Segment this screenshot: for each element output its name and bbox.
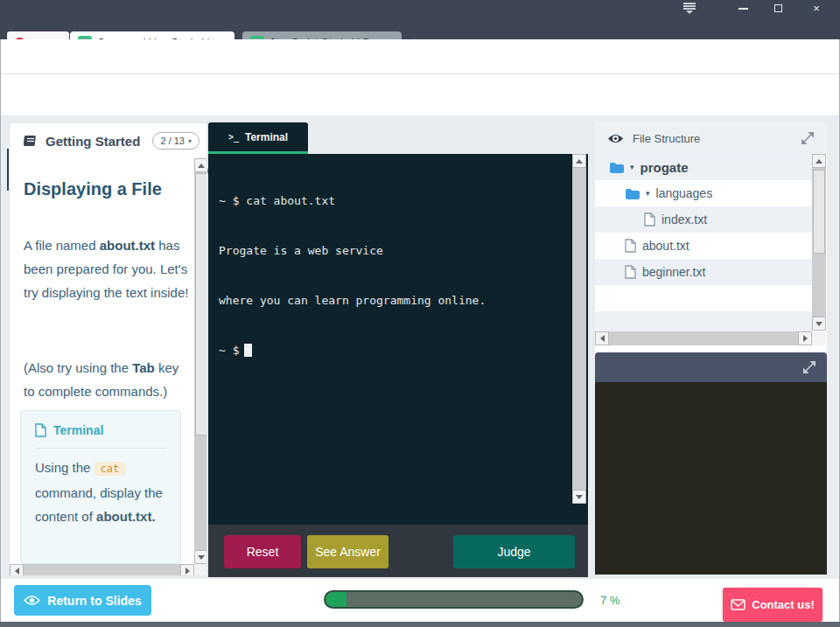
bottom-bar: Return to Slides 7 % Contact us! xyxy=(0,579,840,622)
tree-item-name: about.txt xyxy=(642,239,690,253)
terminal-line: ~ $ xyxy=(219,342,486,359)
window-frame-bottom xyxy=(0,622,840,627)
tree-row-index-txt[interactable]: index.txt xyxy=(595,206,812,233)
course-title: Getting Started xyxy=(46,134,145,149)
browser-tabbar: Menu Command Line Study I | Progate × Ja… xyxy=(0,15,840,39)
tree-row-beginner-txt[interactable]: beginner.txt xyxy=(595,259,812,285)
scroll-down-button[interactable] xyxy=(812,317,826,331)
task-divider xyxy=(35,448,166,449)
file-structure-title: File Structure xyxy=(633,132,792,145)
terminal-vscrollbar[interactable] xyxy=(572,154,586,504)
tree-item-name: languages xyxy=(656,186,713,200)
scroll-up-button[interactable] xyxy=(812,154,826,168)
expand-icon[interactable] xyxy=(802,360,816,374)
file-tree-hscrollbar[interactable] xyxy=(595,331,812,345)
book-icon xyxy=(24,135,38,148)
scroll-left-button[interactable] xyxy=(595,331,609,345)
scroll-up-button[interactable] xyxy=(194,158,207,172)
tree-item-name: beginner.txt xyxy=(642,265,705,279)
lesson-slide-panel: Getting Started 2 / 13▾ Displaying a Fil… xyxy=(9,122,207,576)
tree-row-progate[interactable]: ▾ progate xyxy=(595,154,812,180)
tree-item-name: progate xyxy=(640,160,689,175)
scroll-right-button[interactable] xyxy=(180,564,194,576)
scroll-left-button[interactable] xyxy=(10,564,24,576)
minimize-icon xyxy=(738,8,748,10)
window-frame-left xyxy=(0,39,1,622)
course-progress-bar xyxy=(324,590,584,609)
slide-panel-header: Getting Started 2 / 13▾ xyxy=(10,123,206,158)
return-to-slides-label: Return to Slides xyxy=(47,594,141,608)
tree-item-name: index.txt xyxy=(662,212,707,226)
reset-button[interactable]: Reset xyxy=(224,535,301,568)
scrollbar-corner xyxy=(812,331,826,345)
envelope-icon xyxy=(731,599,746,610)
terminal-tab-label: Terminal xyxy=(245,131,288,143)
terminal-window[interactable]: ~ $ cat about.txt Progate is a web servi… xyxy=(208,154,588,525)
folder-icon xyxy=(609,162,624,173)
preview-panel-header xyxy=(595,352,827,382)
scroll-down-button[interactable] xyxy=(572,490,586,504)
close-icon: × xyxy=(813,3,820,14)
progress-percent-label: 7 % xyxy=(600,594,620,607)
expand-icon[interactable] xyxy=(801,131,815,145)
terminal-cursor xyxy=(244,344,252,357)
task-card: Terminal Using the cat command, display … xyxy=(20,410,181,564)
scroll-thumb[interactable] xyxy=(813,170,825,254)
file-icon xyxy=(625,265,636,279)
file-structure-header: File Structure xyxy=(595,122,827,154)
eye-icon xyxy=(24,595,40,606)
tree-row-languages[interactable]: ▾ languages xyxy=(595,180,812,206)
site-navbar: Lessons Slide Library Rankings Help Jojo… xyxy=(0,74,840,116)
file-icon xyxy=(644,212,655,226)
file-icon xyxy=(625,239,636,253)
caret-down-icon[interactable]: ▾ xyxy=(646,189,650,198)
eye-icon xyxy=(607,133,624,144)
see-answer-button[interactable]: See Answer xyxy=(307,535,388,568)
contact-us-button[interactable]: Contact us! xyxy=(723,588,822,622)
progress-fill xyxy=(326,592,346,607)
scrollbar-corner xyxy=(194,564,207,576)
terminal-footer: Reset See Answer Judge xyxy=(208,525,588,577)
terminal-tab[interactable]: >_ Terminal xyxy=(208,122,308,154)
tree-row-about-txt[interactable]: about.txt xyxy=(595,233,812,259)
file-tree: ▾ progate ▾ languages index.txt about.tx… xyxy=(595,154,827,352)
scroll-thumb[interactable] xyxy=(195,173,207,435)
slide-panel-vscrollbar[interactable] xyxy=(194,158,207,564)
slide-paragraph: (Also try using the Tab key to complete … xyxy=(24,356,192,403)
judge-button[interactable]: Judge xyxy=(453,535,575,568)
slide-progress-label: 2 / 13 xyxy=(160,136,185,146)
slide-panel-hscrollbar[interactable] xyxy=(10,564,194,576)
search-tabs-icon[interactable] xyxy=(679,2,700,14)
file-tree-vscrollbar[interactable] xyxy=(812,154,826,331)
document-icon xyxy=(35,423,46,437)
terminal-line: where you can learn programming online. xyxy=(219,292,486,309)
caret-down-icon: ▾ xyxy=(188,137,192,145)
caret-down-icon[interactable]: ▾ xyxy=(630,163,634,171)
folder-icon xyxy=(625,188,640,199)
task-card-title: Terminal xyxy=(53,423,103,437)
terminal-line: ~ $ cat about.txt xyxy=(219,192,486,209)
browser-addressbar: ‹ › ↻ VPN progate.com/commandline/study/… xyxy=(0,39,840,74)
task-text: Using the cat command, display the conte… xyxy=(35,456,166,528)
terminal-output: ~ $ cat about.txt Progate is a web servi… xyxy=(219,159,486,392)
preview-panel-body xyxy=(595,382,827,575)
scroll-down-button[interactable] xyxy=(194,550,207,564)
tree-row-empty xyxy=(595,311,812,331)
slide-heading: Displaying a File xyxy=(24,179,162,199)
maximize-icon xyxy=(774,4,782,12)
scroll-right-button[interactable] xyxy=(798,331,812,345)
terminal-prompt-icon: >_ xyxy=(228,132,239,142)
cat-code-chip: cat xyxy=(94,462,126,476)
maximize-button[interactable] xyxy=(768,3,788,14)
scroll-up-button[interactable] xyxy=(572,154,586,168)
terminal-line: Progate is a web service xyxy=(219,242,486,259)
contact-us-label: Contact us! xyxy=(752,598,815,611)
slide-progress-pill[interactable]: 2 / 13▾ xyxy=(152,132,200,150)
minimize-button[interactable] xyxy=(733,3,752,14)
slide-paragraph: A file named about.txt has been prepared… xyxy=(24,233,192,304)
close-window-button[interactable]: × xyxy=(807,3,826,14)
return-to-slides-button[interactable]: Return to Slides xyxy=(14,585,151,616)
window-titlebar: × xyxy=(0,0,840,15)
